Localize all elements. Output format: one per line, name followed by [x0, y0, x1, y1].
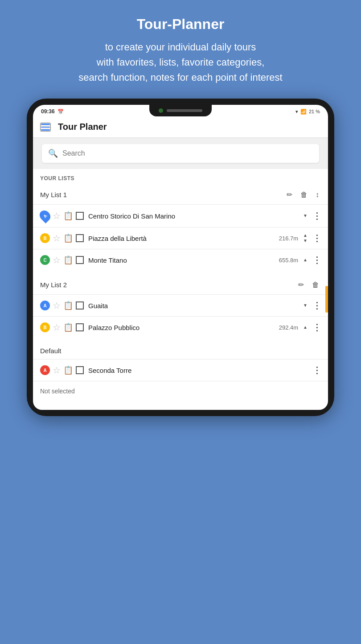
item-distance: 216.7m	[279, 235, 298, 242]
star-icon[interactable]: ☆	[53, 211, 61, 221]
item-distance: 292.4m	[279, 324, 298, 331]
clipboard-icon[interactable]: 📋	[63, 365, 73, 375]
list-group-my-list-2: My List 2 ✏ 🗑	[33, 275, 328, 294]
checkbox-icon[interactable]	[76, 301, 84, 310]
map-pin-c: C	[40, 255, 50, 265]
move-buttons: ▲ ▼	[303, 233, 308, 244]
clipboard-icon[interactable]: 📋	[63, 322, 73, 332]
map-pin-b2: B	[40, 322, 50, 332]
star-icon[interactable]: ☆	[53, 233, 61, 244]
checkbox-icon[interactable]	[76, 366, 84, 374]
speaker-bar	[167, 109, 202, 112]
edit-list-1-button[interactable]: ✏	[285, 190, 294, 200]
phone-bottom	[33, 401, 328, 410]
status-indicators: ▾ 📶 21 %	[295, 109, 320, 115]
item-name: Monte Titano	[86, 256, 276, 264]
map-pin-a: A	[37, 208, 53, 223]
list-group-name-default: Default	[40, 347, 321, 355]
item-name: Guaita	[86, 302, 295, 310]
map-pin-a2: A	[40, 301, 50, 310]
more-options-button[interactable]: ⋮	[311, 255, 324, 265]
more-options-button[interactable]: ⋮	[311, 365, 324, 376]
list-item: B ☆ 📋 Piazza della Libertà 216.7m ▲ ▼ ⋮	[33, 227, 328, 249]
move-buttons: ▲	[303, 257, 308, 263]
list-group-name-2: My List 2	[40, 281, 292, 289]
section-header-your-lists: YOUR LISTS	[33, 169, 328, 185]
scroll-indicator	[325, 286, 328, 313]
list-item: A ☆ 📋 Seconda Torre ⋮	[33, 359, 328, 381]
promo-title: Tour-Planner	[18, 16, 343, 33]
more-options-button[interactable]: ⋮	[311, 233, 324, 244]
sort-list-1-button[interactable]: ↕	[314, 190, 321, 200]
battery-text: 21 %	[309, 109, 320, 114]
move-down-button[interactable]: ▼	[303, 213, 308, 219]
item-name: Centro Storico Di San Marino	[86, 212, 295, 220]
clipboard-icon[interactable]: 📋	[63, 301, 73, 310]
edit-list-2-button[interactable]: ✏	[296, 280, 306, 290]
list-item: C ☆ 📋 Monte Titano 655.8m ▲ ⋮	[33, 249, 328, 271]
map-pin-a3: A	[40, 365, 50, 375]
not-selected-section: Not selected	[33, 381, 328, 401]
more-options-button[interactable]: ⋮	[311, 300, 324, 311]
status-bar: 09:36 📅 ▾ 📶 21 %	[33, 105, 328, 116]
map-pin-b: B	[40, 233, 50, 243]
move-buttons: ▼	[303, 303, 308, 308]
move-down-button[interactable]: ▼	[303, 238, 308, 244]
checkbox-icon[interactable]	[76, 234, 84, 242]
promo-line2: with favorites, lists, favorite categori…	[18, 55, 343, 70]
camera-dot	[159, 108, 163, 113]
not-selected-label: Not selected	[40, 388, 75, 395]
app-bar: Tour Planer	[33, 116, 328, 138]
item-name: Palazzo Pubblico	[86, 324, 276, 331]
search-area: 🔍	[33, 138, 328, 169]
phone-screen: Tour Planer 🔍 YOUR LISTS My List 1 ✏ 🗑 ↕	[33, 116, 328, 401]
move-up-button[interactable]: ▲	[303, 257, 308, 263]
list-item: A ☆ 📋 Guaita ▼ ⋮	[33, 294, 328, 316]
checkbox-icon[interactable]	[76, 256, 84, 264]
star-icon[interactable]: ☆	[53, 365, 61, 376]
move-up-button[interactable]: ▲	[303, 325, 308, 330]
list-content: YOUR LISTS My List 1 ✏ 🗑 ↕ A ☆ 📋 Centro …	[33, 169, 328, 401]
delete-list-1-button[interactable]: 🗑	[299, 190, 309, 200]
clipboard-icon[interactable]: 📋	[63, 255, 73, 265]
item-name: Piazza della Libertà	[86, 235, 276, 242]
item-distance: 655.8m	[279, 257, 298, 264]
list-group-default: Default	[33, 343, 328, 359]
search-icon: 🔍	[48, 149, 58, 158]
list-item: A ☆ 📋 Centro Storico Di San Marino ▼ ⋮	[33, 204, 328, 227]
move-down-button[interactable]: ▼	[303, 303, 308, 308]
status-time: 09:36 📅	[41, 108, 64, 115]
phone-frame: 09:36 📅 ▾ 📶 21 % Tour Planer 🔍	[27, 99, 334, 416]
star-icon[interactable]: ☆	[53, 300, 61, 311]
star-icon[interactable]: ☆	[53, 322, 61, 333]
move-buttons: ▲	[303, 325, 308, 330]
more-options-button[interactable]: ⋮	[311, 322, 324, 333]
more-options-button[interactable]: ⋮	[311, 211, 324, 221]
star-icon[interactable]: ☆	[53, 255, 61, 265]
signal-icon: 📶	[300, 109, 307, 115]
checkbox-icon[interactable]	[76, 212, 84, 220]
list-item: B ☆ 📋 Palazzo Pubblico 292.4m ▲ ⋮	[33, 316, 328, 338]
menu-button[interactable]	[40, 123, 51, 132]
checkbox-icon[interactable]	[76, 323, 84, 331]
promo-line1: to create your individual daily tours	[18, 40, 343, 55]
clipboard-icon[interactable]: 📋	[63, 233, 73, 243]
wifi-icon: ▾	[295, 109, 298, 115]
search-box: 🔍	[42, 144, 319, 163]
search-input[interactable]	[62, 149, 313, 157]
promo-line3: search function, notes for each point of…	[18, 70, 343, 85]
move-up-button[interactable]: ▲	[303, 233, 308, 238]
clipboard-icon[interactable]: 📋	[63, 211, 73, 221]
promo-header: Tour-Planner to create your individual d…	[0, 0, 361, 99]
phone-notch	[149, 105, 212, 116]
list-group-my-list-1: My List 1 ✏ 🗑 ↕	[33, 185, 328, 204]
app-title: Tour Planer	[58, 122, 107, 132]
delete-list-2-button[interactable]: 🗑	[310, 280, 321, 290]
move-buttons: ▼	[303, 213, 308, 219]
item-name: Seconda Torre	[86, 367, 304, 374]
list-group-name-1: My List 1	[40, 191, 280, 198]
